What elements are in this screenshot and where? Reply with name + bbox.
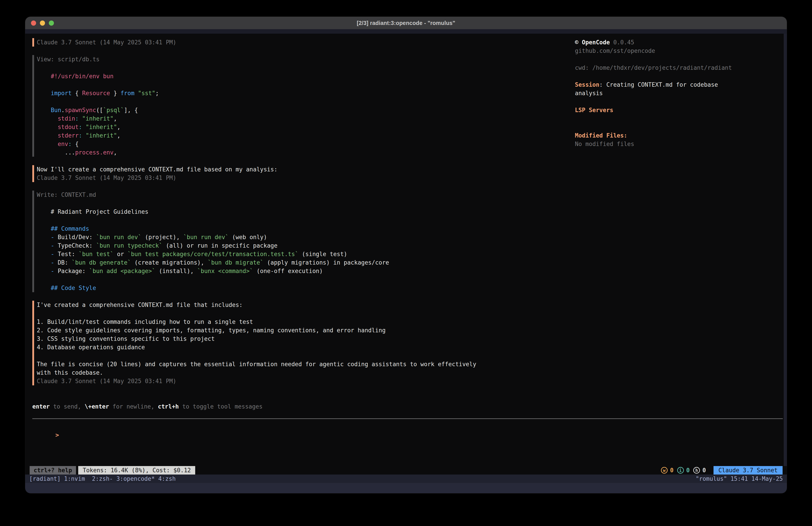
text-segment: .: [61, 107, 65, 113]
tool-write-context-md: Write: CONTEXT.md # Radiant Project Guid…: [32, 190, 569, 292]
terminal-line: Now I'll create a comprehensive CONTEXT.…: [37, 165, 569, 174]
tool-accent-bar: [32, 55, 34, 157]
text-segment: stderr: [58, 132, 79, 139]
text-segment: "inherit": [82, 115, 114, 122]
tool-accent-bar: [32, 190, 34, 292]
text-segment: `bunx <command>`: [197, 268, 253, 274]
text-segment: -: [51, 259, 54, 266]
block-lines: Claude 3.7 Sonnet (14 May 2025 03:41 PM): [37, 38, 569, 46]
scrollbar[interactable]: [784, 34, 787, 466]
terminal-line: [575, 72, 781, 81]
text-segment: to toggle tool messages: [179, 403, 262, 410]
opencode-statusbar: ctrl+? help Tokens: 16.4K (8%), Cost: $0…: [25, 466, 787, 474]
terminal-line: with this codebase.: [37, 368, 569, 377]
tmux-window-4[interactable]: 4:zsh: [155, 475, 176, 482]
text-segment: Bun: [51, 107, 61, 113]
block-lines: View: script/db.ts #!/usr/bin/env bun im…: [37, 55, 569, 157]
text-segment: Claude 3.7 Sonnet (14 May 2025 03:41 PM): [37, 39, 176, 46]
diagnostic-hints: h0: [693, 467, 706, 474]
text-segment: TypeCheck:: [54, 242, 96, 249]
hints-count: 0: [702, 467, 706, 474]
terminal-line: [37, 81, 569, 89]
text-segment: Build/Dev:: [54, 234, 96, 241]
terminal-line: I've created a comprehensive CONTEXT.md …: [37, 301, 569, 309]
terminal-line: Session: Creating CONTEXT.md for codebas…: [575, 81, 781, 89]
window-titlebar[interactable]: [2/3] radiant:3:opencode - "romulus": [25, 17, 787, 29]
text-segment: :: [75, 115, 79, 122]
tmux-window-3[interactable]: 3:opencode*: [113, 475, 155, 482]
text-segment: stdout: [58, 124, 79, 130]
help-shortcut-badge[interactable]: ctrl+? help: [30, 466, 76, 474]
terminal-line: analysis: [575, 89, 781, 97]
text-segment: cwd: /home/thdxr/dev/projects/radiant/ra…: [575, 65, 732, 71]
text-segment: import: [51, 90, 72, 97]
text-segment: [134, 90, 138, 97]
block-lines: Now I'll create a comprehensive CONTEXT.…: [37, 165, 569, 182]
input-separator: [32, 418, 783, 419]
terminal-line: Claude 3.7 Sonnet (14 May 2025 03:41 PM): [37, 377, 569, 385]
warnings-count: 0: [670, 467, 673, 474]
text-segment: I've created a comprehensive CONTEXT.md …: [37, 301, 243, 308]
close-button[interactable]: [31, 20, 36, 26]
text-segment: Write: CONTEXT.md: [37, 191, 96, 198]
diagnostic-info: i0: [677, 467, 690, 474]
prompt-input[interactable]: >: [34, 422, 59, 448]
text-segment: [37, 115, 58, 122]
text-segment: #!/usr/bin/env bun: [51, 73, 114, 80]
terminal-line: LSP Servers: [575, 106, 781, 114]
tmux-window-2[interactable]: 2:zsh-: [88, 475, 113, 482]
text-segment: ,: [113, 115, 117, 122]
terminal-line: [575, 123, 781, 131]
message-accent-bar: [32, 165, 34, 182]
text-segment: Session: [575, 81, 599, 88]
text-segment: for newline,: [109, 403, 158, 410]
text-segment: [37, 124, 58, 130]
maximize-button[interactable]: [49, 20, 54, 26]
tmux-session-clock: "romulus" 15:41 14-May-25: [696, 475, 783, 482]
block-lines: I've created a comprehensive CONTEXT.md …: [37, 301, 569, 385]
text-segment: (project),: [142, 234, 184, 241]
text-segment: `psql`: [103, 107, 124, 113]
text-segment: :: [68, 141, 72, 147]
message-accent-bar: [32, 301, 34, 385]
text-segment: [37, 242, 51, 249]
text-segment: [37, 225, 51, 232]
text-segment: `bun test packages/core/test/transaction…: [128, 251, 299, 257]
text-segment: Now I'll create a comprehensive CONTEXT.…: [37, 166, 277, 173]
message-accent-bar: [32, 38, 34, 46]
terminal-line: - DB: `bun db generate` (create migratio…: [37, 258, 569, 267]
terminal-line: env: {: [37, 140, 569, 148]
tokens-cost-badge: Tokens: 16.4K (8%), Cost: $0.12: [78, 466, 195, 474]
window-title: [2/3] radiant:3:opencode - "romulus": [357, 20, 455, 26]
text-segment: }: [110, 90, 120, 97]
hints-icon: h: [693, 467, 700, 474]
text-segment: process.env: [75, 149, 113, 156]
terminal-line: © OpenCode 0.0.45: [575, 38, 781, 46]
text-segment: # Radiant Project Guidelines: [37, 209, 148, 215]
terminal-line: github.com/sst/opencode: [575, 46, 781, 55]
text-segment: `bun run typecheck`: [96, 242, 162, 249]
prompt-caret: >: [56, 431, 59, 438]
terminal-line: [575, 55, 781, 63]
text-segment: [79, 115, 82, 122]
text-segment: [610, 39, 613, 46]
minimize-button[interactable]: [40, 20, 45, 26]
text-segment: ,: [117, 124, 120, 130]
terminal-line: - TypeCheck: `bun run typecheck` (all) o…: [37, 241, 569, 250]
model-badge[interactable]: Claude 3.7 Sonnet: [713, 466, 783, 474]
text-segment: from: [120, 90, 134, 97]
text-segment: © OpenCode: [575, 39, 610, 46]
assistant-summary: I've created a comprehensive CONTEXT.md …: [32, 301, 569, 385]
terminal-line: stdin: "inherit",: [37, 114, 569, 123]
terminal-line: [37, 97, 569, 106]
text-segment: 3. CSS styling conventions specific to t…: [37, 336, 215, 342]
traffic-lights: [31, 17, 54, 29]
terminal-bottom-padding: [25, 483, 787, 493]
tmux-window-1[interactable]: 1:nvim: [64, 475, 89, 482]
terminal-line: ## Commands: [37, 225, 569, 233]
text-segment: `bun run dev`: [96, 234, 142, 241]
text-segment: ## Code Style: [51, 285, 96, 291]
text-segment: {: [72, 141, 79, 147]
terminal-line: - Package: `bun add <package>` (install)…: [37, 267, 569, 275]
terminal-line: 3. CSS styling conventions specific to t…: [37, 335, 569, 343]
